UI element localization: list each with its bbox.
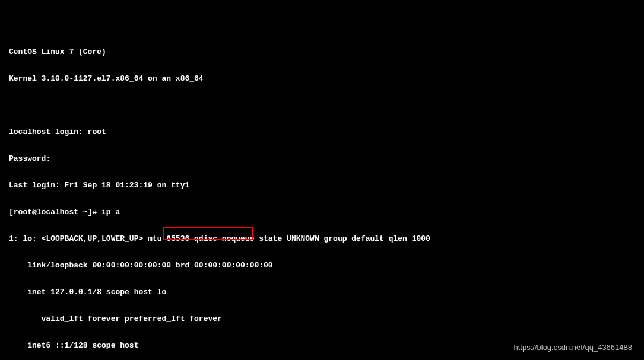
ip-output: valid_lft forever preferred_lft forever xyxy=(9,314,642,323)
ip-output: 1: lo: <LOOPBACK,UP,LOWER_UP> mtu 65536 … xyxy=(9,234,642,243)
login-prompt: localhost login: root xyxy=(9,128,642,136)
watermark: https://blog.csdn.net/qq_43661488 xyxy=(514,343,633,352)
last-login: Last login: Fri Sep 18 01:23:19 on tty1 xyxy=(9,181,642,190)
os-banner-line2: Kernel 3.10.0-1127.el7.x86_64 on an x86_… xyxy=(9,74,642,83)
ip-output: inet 127.0.0.1/8 scope host lo xyxy=(9,288,642,297)
cmd-ip-a: [root@localhost ~]# ip a xyxy=(9,208,642,216)
terminal-output[interactable]: CentOS Linux 7 (Core) Kernel 3.10.0-1127… xyxy=(9,30,642,360)
ip-output: link/loopback 00:00:00:00:00:00 brd 00:0… xyxy=(9,261,642,270)
password-prompt: Password: xyxy=(9,154,642,163)
os-banner-line1: CentOS Linux 7 (Core) xyxy=(9,47,642,56)
